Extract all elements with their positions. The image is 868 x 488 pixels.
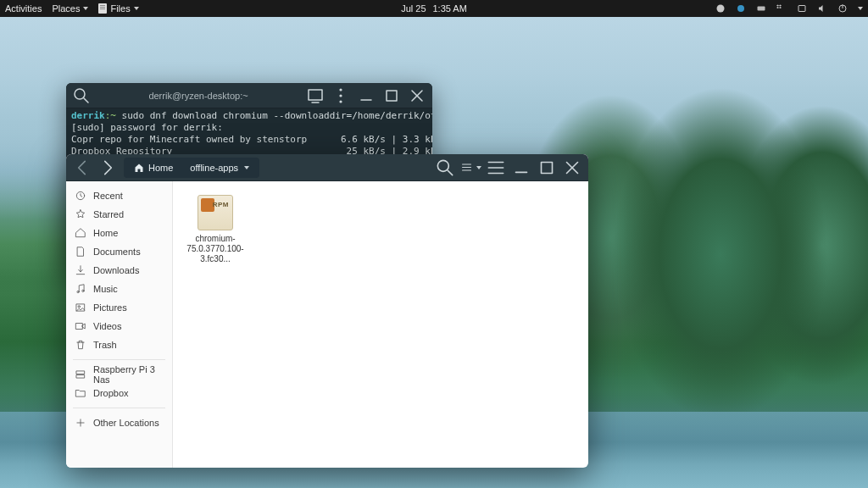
chevron-down-icon (83, 7, 88, 10)
gnome-top-bar: Activities Places Files Jul 25 1:35 AM (0, 0, 868, 17)
rpm-package-icon: RPM (198, 195, 233, 230)
files-content[interactable]: RPM chromium-75.0.3770.100-3.fc30... (173, 181, 588, 468)
sudo-line: [sudo] password for derrik: (71, 122, 223, 133)
minimize-button[interactable] (510, 158, 532, 178)
sidebar-item-documents[interactable]: Documents (66, 242, 172, 261)
search-icon[interactable] (71, 86, 92, 105)
workspace-tray-icon[interactable] (797, 3, 807, 14)
svg-rect-3 (798, 6, 805, 12)
view-list-button[interactable] (459, 158, 481, 178)
file-item-rpm[interactable]: RPM chromium-75.0.3770.100-3.fc30... (181, 190, 249, 269)
sidebar-item-label: Music (93, 284, 118, 294)
sidebar-item-videos[interactable]: Videos (66, 317, 172, 336)
files-headerbar[interactable]: Home offline-apps (66, 154, 588, 181)
svg-rect-2 (758, 7, 765, 11)
sidebar-item-label: Videos (93, 321, 121, 331)
svg-line-7 (84, 98, 88, 103)
close-button[interactable] (407, 86, 427, 105)
prompt-path: :~ (105, 110, 116, 121)
chevron-down-icon (476, 166, 481, 169)
pictures-icon (75, 302, 86, 313)
maximize-button[interactable] (381, 86, 402, 105)
keyboard-tray-icon[interactable] (756, 3, 766, 14)
chevron-down-icon[interactable] (858, 7, 863, 10)
trash-icon (75, 339, 86, 351)
sidebar-item-label: Dropbox (93, 388, 129, 398)
forward-button[interactable] (97, 158, 119, 178)
places-menu[interactable]: Places (52, 3, 88, 14)
home-icon (134, 163, 144, 173)
svg-rect-34 (76, 324, 83, 330)
svg-rect-35 (76, 371, 84, 374)
sidebar-item-dropbox[interactable]: Dropbox (66, 384, 172, 402)
svg-point-17 (437, 160, 448, 171)
prompt-user: derrik (71, 110, 105, 121)
svg-rect-14 (387, 91, 397, 101)
svg-point-33 (78, 306, 80, 308)
svg-point-11 (339, 94, 342, 97)
home-icon (75, 227, 86, 239)
recent-icon (75, 190, 86, 202)
plus-icon (75, 417, 86, 429)
sidebar-item-nas[interactable]: Raspberry Pi 3 Nas (66, 365, 172, 384)
maximize-button[interactable] (536, 158, 558, 178)
svg-point-31 (82, 290, 84, 291)
terminal-screen-icon[interactable] (305, 86, 326, 105)
svg-rect-8 (309, 90, 322, 100)
path-current[interactable]: offline-apps (181, 158, 258, 177)
svg-point-10 (339, 88, 342, 91)
path-bar: Home offline-apps (124, 158, 259, 178)
terminal-headerbar[interactable]: derrik@ryzen-desktop:~ (66, 83, 432, 108)
sidebar-item-label: Starred (93, 209, 124, 219)
sidebar-item-other-locations[interactable]: Other Locations (66, 413, 172, 432)
close-button[interactable] (561, 158, 583, 178)
dropbox-tray-icon[interactable] (776, 3, 787, 14)
downloads-icon (75, 264, 86, 276)
files-app-icon (98, 3, 107, 14)
svg-point-6 (75, 89, 85, 99)
sidebar-separator (73, 359, 165, 360)
app-menu-label: Files (110, 3, 130, 14)
minimize-button[interactable] (356, 86, 376, 105)
sidebar-item-home[interactable]: Home (66, 224, 172, 242)
files-sidebar: Recent Starred Home Documents Downloads … (66, 181, 173, 468)
volume-icon[interactable] (817, 3, 827, 14)
back-button[interactable] (71, 158, 93, 178)
chevron-down-icon (134, 7, 139, 10)
sidebar-item-label: Recent (93, 191, 123, 201)
system-tray (715, 3, 863, 14)
clock[interactable]: Jul 25 1:35 AM (401, 3, 467, 14)
kebab-menu-icon[interactable] (331, 86, 351, 105)
discord-tray-icon[interactable] (715, 3, 726, 14)
music-icon (75, 283, 86, 295)
svg-point-12 (339, 100, 342, 103)
svg-rect-26 (542, 162, 553, 173)
path-current-label: offline-apps (190, 163, 238, 173)
sidebar-item-trash[interactable]: Trash (66, 336, 172, 354)
sidebar-item-recent[interactable]: Recent (66, 186, 172, 205)
activities-button[interactable]: Activities (5, 3, 42, 14)
svg-line-18 (448, 170, 452, 175)
updates-tray-icon[interactable] (736, 3, 746, 14)
server-icon (75, 369, 86, 380)
documents-icon (75, 246, 86, 258)
svg-point-0 (717, 5, 725, 13)
app-menu-files[interactable]: Files (98, 3, 138, 14)
hamburger-menu-button[interactable] (485, 158, 507, 178)
sidebar-item-label: Trash (93, 340, 117, 350)
terminal-command: sudo dnf download chromium --downloaddir… (116, 110, 432, 121)
sidebar-item-starred[interactable]: Starred (66, 205, 172, 224)
chevron-down-icon (244, 166, 249, 169)
sidebar-item-label: Downloads (93, 265, 139, 275)
repo-1: Copr repo for Minecraft owned by stensto… (71, 134, 432, 145)
places-label: Places (52, 3, 80, 14)
sidebar-item-label: Pictures (93, 302, 127, 313)
sidebar-item-pictures[interactable]: Pictures (66, 298, 172, 317)
power-icon[interactable] (837, 3, 848, 14)
sidebar-item-label: Documents (93, 247, 141, 257)
search-button[interactable] (434, 158, 456, 178)
sidebar-item-music[interactable]: Music (66, 280, 172, 298)
path-home[interactable]: Home (125, 158, 181, 177)
sidebar-item-downloads[interactable]: Downloads (66, 261, 172, 280)
sidebar-item-label: Home (93, 228, 118, 238)
